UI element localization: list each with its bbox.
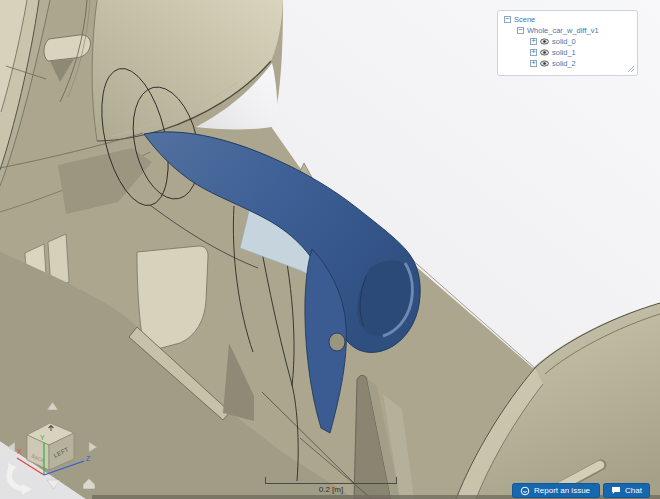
axis-x-label: X bbox=[17, 448, 22, 455]
viewcube-widget[interactable]: LEFT BACK Y X Z bbox=[0, 395, 110, 499]
report-issue-button[interactable]: Report an issue bbox=[512, 483, 600, 498]
axis-z-label: Z bbox=[86, 455, 91, 462]
report-issue-label: Report an issue bbox=[534, 486, 590, 495]
pan-left-arrow-icon[interactable] bbox=[8, 442, 15, 452]
axis-y-label: Y bbox=[40, 434, 45, 441]
tree-node-solid-0[interactable]: + solid_0 bbox=[498, 36, 637, 47]
tree-node-label: solid_0 bbox=[552, 37, 576, 46]
chat-button[interactable]: Chat bbox=[603, 483, 650, 498]
visibility-eye-icon[interactable] bbox=[540, 38, 549, 45]
home-view-icon[interactable] bbox=[83, 479, 95, 490]
tree-node-label: Whole_car_w_diff_v1 bbox=[527, 26, 599, 35]
collapse-icon[interactable]: − bbox=[504, 16, 511, 23]
expand-icon[interactable]: + bbox=[530, 38, 537, 45]
scale-bar-label: 0.2 [m] bbox=[265, 485, 397, 494]
rotate-view-icon[interactable] bbox=[8, 463, 32, 495]
visibility-eye-icon[interactable] bbox=[540, 60, 549, 67]
tree-node-solid-2[interactable]: + solid_2 bbox=[498, 58, 637, 69]
chat-bubble-icon bbox=[611, 486, 621, 495]
scale-bar: 0.2 [m] bbox=[265, 477, 397, 494]
pan-down-arrow-icon[interactable] bbox=[47, 480, 60, 489]
collapse-icon[interactable]: − bbox=[517, 27, 524, 34]
tree-node-label: solid_1 bbox=[552, 48, 576, 57]
tree-node-label: Scene bbox=[514, 15, 535, 24]
pan-right-arrow-icon[interactable] bbox=[89, 442, 97, 452]
tree-node-assembly[interactable]: − Whole_car_w_diff_v1 bbox=[498, 25, 637, 36]
cad-viewer-window: − Scene − Whole_car_w_diff_v1 + solid_0 … bbox=[0, 0, 660, 499]
feedback-circle-icon bbox=[520, 486, 530, 496]
expand-icon[interactable]: + bbox=[530, 49, 537, 56]
pan-up-arrow-icon[interactable] bbox=[47, 402, 58, 410]
scale-bar-line bbox=[265, 477, 397, 484]
tree-node-label: solid_2 bbox=[552, 59, 576, 68]
tree-node-scene[interactable]: − Scene bbox=[498, 14, 637, 25]
visibility-eye-icon[interactable] bbox=[540, 49, 549, 56]
expand-icon[interactable]: + bbox=[530, 60, 537, 67]
tree-node-solid-1[interactable]: + solid_1 bbox=[498, 47, 637, 58]
chat-label: Chat bbox=[625, 486, 642, 495]
resize-handle-icon[interactable] bbox=[627, 65, 635, 73]
scene-tree-panel: − Scene − Whole_car_w_diff_v1 + solid_0 … bbox=[497, 10, 638, 76]
